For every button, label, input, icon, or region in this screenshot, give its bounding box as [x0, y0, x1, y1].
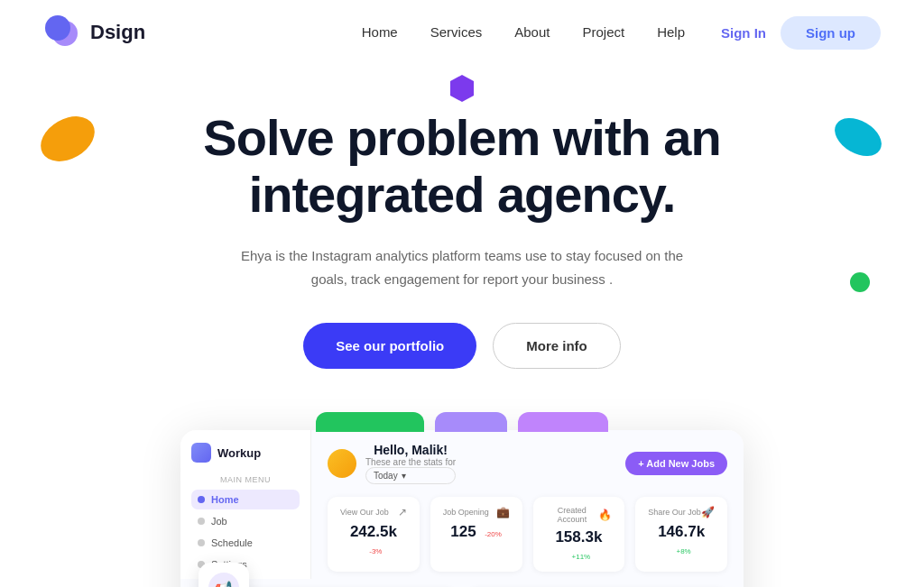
stat-icon-sharejob: 🚀 — [701, 506, 715, 518]
tab-green — [316, 412, 424, 432]
signup-button[interactable]: Sign up — [781, 16, 881, 50]
stat-value-createdaccount: 158.3k — [555, 528, 602, 546]
tab-blue — [435, 412, 507, 432]
sidebar-menu-label: Main Menu — [191, 475, 300, 484]
tab-purple — [518, 412, 608, 432]
stat-card-createdaccount: Created Account 🔥 158.3k +11% — [533, 497, 625, 572]
stat-card-jobopening: Job Opening 💼 125 -20% — [430, 497, 522, 572]
greeting-sub: These are the stats for Today ▾ — [365, 457, 456, 484]
stat-icon-jobopening: 💼 — [496, 506, 510, 518]
hero-section: Solve problem with an integrated agency.… — [0, 65, 924, 587]
stat-card-viewjob: View Our Job ↗ 242.5k -3% — [328, 497, 420, 572]
svg-point-1 — [36, 115, 99, 164]
nav-services[interactable]: Services — [430, 24, 483, 40]
sidebar-item-home[interactable]: Home — [191, 490, 300, 509]
main-header-left: Hello, Malik! These are the stats for To… — [328, 443, 456, 484]
nav-links: Home Services About Project Help — [362, 24, 685, 41]
megaphone-icon: 📢 — [215, 580, 233, 587]
stat-change-sharejob: +8% — [677, 547, 691, 555]
hero-subtitle: Ehya is the Instagram analytics platform… — [227, 244, 697, 290]
dashboard-inner: Workup Main Menu Home Job Schedule — [180, 430, 744, 579]
hero-buttons: See our portfolio More info — [180, 323, 744, 369]
stat-change-viewjob: -3% — [369, 547, 382, 555]
brand-name: Dsign — [90, 21, 145, 44]
dashboard-card: Workup Main Menu Home Job Schedule — [180, 430, 744, 587]
moreinfo-button[interactable]: More info — [493, 323, 621, 369]
sidebar-item-schedule[interactable]: Schedule — [191, 533, 300, 553]
greeting-block: Hello, Malik! These are the stats for To… — [365, 443, 456, 484]
stat-change-jobopening: -20% — [485, 530, 502, 538]
main-content: Hello, Malik! These are the stats for To… — [311, 430, 744, 579]
stat-label-createdaccount: Created Account 🔥 — [546, 506, 613, 524]
hero-title: Solve problem with an integrated agency. — [180, 110, 744, 223]
nav-project[interactable]: Project — [582, 24, 624, 40]
navbar: Dsign Home Services About Project Help S… — [0, 0, 924, 65]
stat-card-sharejob: Share Our Job 🚀 146.7k +8% — [635, 497, 727, 572]
float-tabs — [316, 412, 608, 432]
sidebar-brand: Workup — [191, 443, 300, 463]
notification-float: 📢 — [199, 563, 249, 587]
hexagon-decoration — [449, 74, 475, 103]
leaf-orange-decoration — [36, 115, 99, 164]
portfolio-button[interactable]: See our portfolio — [303, 323, 476, 369]
bottom-row: Impression ··· Target's Percent ··· — [180, 579, 744, 587]
signin-button[interactable]: Sign In — [721, 25, 766, 41]
stat-label-viewjob: View Our Job ↗ — [340, 506, 407, 518]
stats-row: View Our Job ↗ 242.5k -3% Job Opening — [328, 497, 727, 572]
avatar — [328, 449, 356, 478]
nav-help[interactable]: Help — [657, 24, 685, 40]
green-dot-decoration — [850, 272, 870, 292]
main-header: Hello, Malik! These are the stats for To… — [328, 443, 727, 484]
logo-icon — [43, 14, 81, 51]
stat-icon-createdaccount: 🔥 — [598, 509, 612, 521]
stat-label-sharejob: Share Our Job 🚀 — [648, 506, 715, 518]
add-jobs-button[interactable]: + Add New Jobs — [625, 452, 727, 475]
greeting-name: Hello, Malik! — [365, 443, 456, 457]
nav-home[interactable]: Home — [362, 24, 398, 40]
leaf-teal-decoration — [829, 115, 888, 160]
svg-point-2 — [829, 115, 888, 160]
stat-value-sharejob: 146.7k — [658, 523, 705, 540]
logo[interactable]: Dsign — [43, 14, 145, 51]
nav-about[interactable]: About — [514, 24, 550, 40]
sidebar-brand-icon — [191, 443, 211, 463]
svg-marker-0 — [450, 75, 474, 102]
sidebar-item-job[interactable]: Job — [191, 511, 300, 531]
stat-change-createdaccount: +11% — [572, 553, 591, 561]
notification-icon: 📢 — [208, 573, 239, 587]
sidebar: Workup Main Menu Home Job Schedule — [180, 430, 311, 579]
stat-value-jobopening: 125 — [450, 523, 476, 540]
stat-value-viewjob: 242.5k — [350, 523, 397, 540]
stat-icon-viewjob: ↗ — [398, 506, 407, 518]
dashboard-preview: Workup Main Menu Home Job Schedule — [180, 412, 744, 587]
stat-label-jobopening: Job Opening 💼 — [443, 506, 510, 518]
today-badge[interactable]: Today ▾ — [365, 467, 456, 484]
sidebar-brand-label: Workup — [217, 446, 261, 460]
